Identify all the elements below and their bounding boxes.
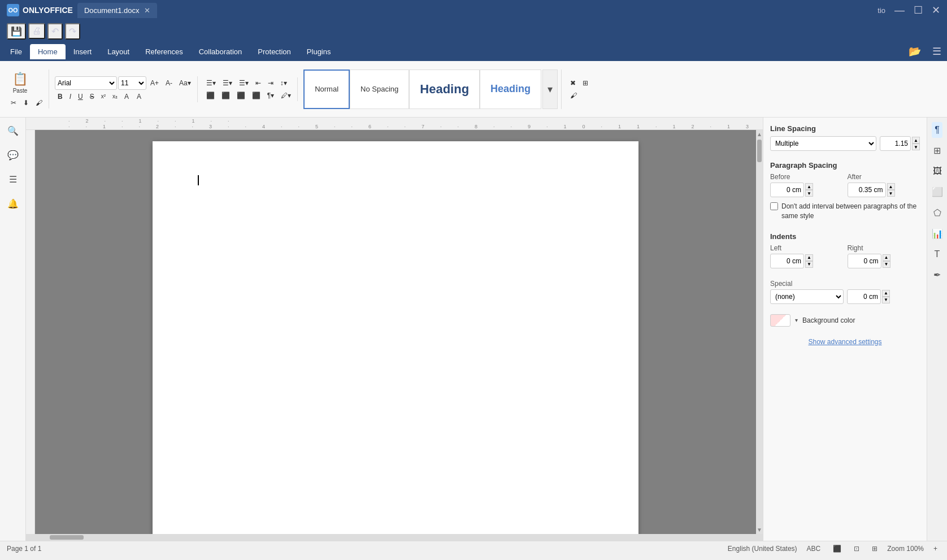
indent-right-up-button[interactable]: ▲ <box>883 254 890 261</box>
right-sidebar-paragraph-button[interactable]: ¶ <box>932 122 942 138</box>
before-up-button[interactable]: ▲ <box>805 183 813 190</box>
numbering-button[interactable]: ☰▾ <box>220 77 235 89</box>
menu-insert[interactable]: Insert <box>66 44 100 59</box>
paragraph-marks-button[interactable]: ¶▾ <box>264 90 277 101</box>
increase-indent-button[interactable]: ⇥ <box>265 77 276 89</box>
insert-object-button[interactable]: ⊞ <box>580 77 591 89</box>
right-sidebar-signature-button[interactable]: ✒ <box>931 267 944 283</box>
font-name-select[interactable]: Arial Times New Roman Calibri <box>55 76 117 90</box>
bold-button[interactable]: B <box>55 91 66 102</box>
copy-button[interactable]: ⬇ <box>20 97 32 108</box>
style-nospace[interactable]: No Spacing <box>350 70 409 109</box>
redo-button[interactable]: ↷ <box>65 23 80 40</box>
special-value-input[interactable] <box>847 289 881 304</box>
styles-gallery-arrow[interactable]: ▾ <box>542 70 558 109</box>
before-down-button[interactable]: ▼ <box>805 190 813 197</box>
indent-left-up-button[interactable]: ▲ <box>805 254 813 261</box>
underline-button[interactable]: U <box>75 91 86 102</box>
tab-close-button[interactable]: ✕ <box>144 6 150 15</box>
line-spacing-type-select[interactable]: Multiple Single 1.5 lines Double Exactly… <box>770 136 876 151</box>
menu-settings-button[interactable]: ☰ <box>929 44 945 59</box>
save-button[interactable]: 💾 <box>7 23 26 40</box>
indent-right-down-button[interactable]: ▼ <box>883 261 890 268</box>
bullets-button[interactable]: ☰▾ <box>203 77 219 89</box>
special-select[interactable]: (none) First line Hanging <box>770 289 844 304</box>
print-button[interactable]: 🖨 <box>28 23 45 39</box>
style-normal[interactable]: Normal <box>303 70 350 109</box>
line-spacing-button[interactable]: ↕▾ <box>277 77 290 89</box>
increase-font-button[interactable]: A+ <box>147 77 162 89</box>
sidebar-search-button[interactable]: 🔍 <box>4 122 22 140</box>
right-sidebar-chart-button[interactable]: 📊 <box>929 225 946 242</box>
highlight-button[interactable]: A <box>121 91 133 102</box>
paste-button[interactable]: 📋 Paste <box>8 70 32 96</box>
justify-button[interactable]: ⬛ <box>249 90 263 101</box>
menu-home[interactable]: Home <box>30 44 66 59</box>
line-spacing-value-input[interactable] <box>880 136 911 151</box>
menu-file[interactable]: File <box>2 44 30 59</box>
right-sidebar-table-button[interactable]: ⊞ <box>931 142 944 159</box>
line-spacing-up-button[interactable]: ▲ <box>912 137 920 144</box>
bg-color-swatch[interactable] <box>770 314 790 327</box>
scroll-down-button[interactable]: ▼ <box>757 527 762 533</box>
font-size-select[interactable]: 8 9 10 11 12 14 <box>118 76 146 90</box>
fit-width-button[interactable]: ⊞ <box>869 544 880 554</box>
style-heading1[interactable]: Heading <box>409 70 480 109</box>
indent-left-input[interactable] <box>770 254 804 268</box>
after-up-button[interactable]: ▲ <box>887 183 895 190</box>
sidebar-format-button[interactable]: ☰ <box>6 171 20 188</box>
fit-page-button[interactable]: ⊡ <box>851 544 862 554</box>
right-sidebar-header-button[interactable]: ⬜ <box>929 184 946 200</box>
decrease-indent-button[interactable]: ⇤ <box>253 77 264 89</box>
special-up-button[interactable]: ▲ <box>882 290 890 297</box>
minimize-button[interactable]: — <box>894 5 905 16</box>
horizontal-scrollbar[interactable] <box>26 534 763 541</box>
menu-collaboration[interactable]: Collaboration <box>191 44 250 59</box>
indent-left-down-button[interactable]: ▼ <box>805 261 813 268</box>
show-advanced-link[interactable]: Show advanced settings <box>770 338 920 346</box>
document-page[interactable] <box>153 141 638 534</box>
after-down-button[interactable]: ▼ <box>887 190 895 197</box>
decrease-font-button[interactable]: A- <box>163 77 175 89</box>
font-color-button[interactable]: A <box>134 91 145 102</box>
shading-button[interactable]: 🖊▾ <box>278 90 294 101</box>
indent-right-input[interactable] <box>848 254 881 268</box>
menu-protection[interactable]: Protection <box>250 44 299 59</box>
clear-format-button[interactable]: ✖ <box>567 77 579 89</box>
open-location-button[interactable]: 📂 <box>905 44 924 59</box>
h-scroll-thumb[interactable] <box>50 535 84 540</box>
right-sidebar-shape-button[interactable]: ⬠ <box>931 205 944 221</box>
scroll-thumb[interactable] <box>757 140 762 162</box>
italic-button[interactable]: I <box>67 91 74 102</box>
before-value-input[interactable] <box>770 183 804 197</box>
menu-layout[interactable]: Layout <box>99 44 137 59</box>
scroll-up-button[interactable]: ▲ <box>757 131 762 137</box>
bg-color-arrow[interactable]: ▾ <box>795 317 798 323</box>
align-center-button[interactable]: ⬛ <box>219 90 233 101</box>
track-changes-button[interactable]: ⬛ <box>830 544 844 554</box>
subscript-button[interactable]: x₂ <box>110 92 120 101</box>
right-sidebar-image-button[interactable]: 🖼 <box>930 163 945 179</box>
language-label[interactable]: English (United States) <box>728 545 797 553</box>
superscript-button[interactable]: x² <box>98 92 108 101</box>
multilevel-button[interactable]: ☰▾ <box>236 77 251 89</box>
strikethrough-button[interactable]: S <box>87 91 97 102</box>
undo-button[interactable]: ↶ <box>47 23 63 40</box>
align-right-button[interactable]: ⬛ <box>234 90 248 101</box>
no-interval-checkbox[interactable] <box>770 202 778 210</box>
format-painter2-button[interactable]: 🖌 <box>567 90 580 101</box>
after-value-input[interactable] <box>848 183 886 197</box>
menu-plugins[interactable]: Plugins <box>299 44 339 59</box>
document-tab[interactable]: Document1.docx ✕ <box>77 3 157 18</box>
change-case-button[interactable]: Aa▾ <box>176 77 194 89</box>
sidebar-notifications-button[interactable]: 🔔 <box>4 195 22 212</box>
maximize-button[interactable]: ☐ <box>914 4 923 16</box>
cut-button[interactable]: ✂ <box>8 97 19 108</box>
format-painter-button[interactable]: 🖌 <box>33 97 45 108</box>
special-down-button[interactable]: ▼ <box>882 297 890 303</box>
zoom-in-button[interactable]: + <box>931 544 940 554</box>
sidebar-comments-button[interactable]: 💬 <box>4 146 22 164</box>
line-spacing-down-button[interactable]: ▼ <box>912 144 920 150</box>
menu-references[interactable]: References <box>137 44 190 59</box>
vertical-scrollbar[interactable]: ▲ ▼ <box>756 130 763 534</box>
